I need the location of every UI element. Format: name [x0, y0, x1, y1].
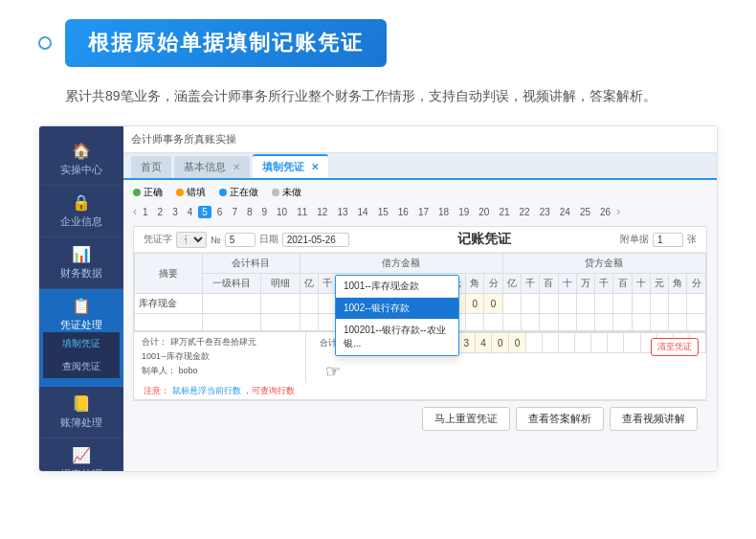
c1-yi[interactable] [502, 294, 521, 314]
page-2[interactable]: 2 [154, 206, 167, 218]
sidebar-label-zhang: 账簿处理 [60, 415, 102, 430]
th-c-shi: 十 [558, 274, 576, 294]
account2-cell-2[interactable] [260, 314, 300, 331]
c1-qian[interactable] [521, 294, 539, 314]
page-20[interactable]: 20 [475, 206, 493, 218]
page-26[interactable]: 26 [596, 206, 614, 218]
total-label: 合计： 肆万贰千叁百叁拾肆元 [142, 336, 298, 348]
c1-qian2[interactable] [595, 294, 613, 314]
tab-voucher-close[interactable]: ✕ [311, 162, 319, 172]
account1-cell-2[interactable] [203, 314, 261, 331]
sidebar-item-biao[interactable]: 📈 报表处理 [39, 438, 123, 472]
recheck-button[interactable]: 马上重置凭证 [422, 407, 510, 431]
sidebar-item-qiye[interactable]: 🔒 企业信息 [39, 186, 123, 237]
sidebar-item-piaoju[interactable]: 📋 凭证处理 填制凭证 查阅凭证 [39, 289, 123, 387]
c1-yuan[interactable] [650, 294, 668, 314]
th-c-fen: 分 [687, 274, 706, 294]
c1-bai[interactable] [540, 294, 558, 314]
th-c-wan: 万 [576, 274, 594, 294]
legend-error: 错填 [176, 186, 206, 199]
page-21[interactable]: 21 [495, 206, 513, 218]
sidebar-item-shijian[interactable]: 🏠 实操中心 [39, 134, 123, 186]
sidebar-label-qiye: 企业信息 [60, 214, 102, 229]
piaoju-icon: 📋 [72, 297, 91, 315]
sidebar-sub-tian[interactable]: 填制凭证 [43, 332, 120, 355]
th-credit: 贷方金额 [502, 254, 705, 274]
page-19[interactable]: 19 [455, 206, 473, 218]
c1-shi[interactable] [558, 294, 576, 314]
page-4[interactable]: 4 [184, 206, 197, 218]
c1-bai2[interactable] [613, 294, 632, 314]
d1-yi[interactable] [300, 294, 318, 314]
voucher-area: 正确 错填 正在做 未做 [123, 180, 717, 471]
tab-info-close[interactable]: ✕ [233, 162, 240, 172]
dropdown-item-1002[interactable]: 1002--银行存款 [336, 298, 458, 320]
page-3[interactable]: 3 [168, 206, 182, 218]
page-12[interactable]: 12 [313, 206, 331, 218]
sidebar-item-zhang[interactable]: 📒 账簿处理 [39, 387, 123, 438]
d1-fen[interactable]: 0 [484, 294, 502, 314]
page-13[interactable]: 13 [333, 206, 351, 218]
page-14[interactable]: 14 [354, 206, 372, 218]
video-button[interactable]: 查看视频讲解 [610, 407, 698, 431]
summary-cell-2[interactable] [135, 314, 203, 331]
page-7[interactable]: 7 [228, 206, 241, 218]
voucher-number-input[interactable] [225, 233, 256, 247]
window-title: 会计师事务所真账实操 [131, 132, 236, 146]
clear-button[interactable]: 清至凭证 [651, 338, 699, 356]
page-9[interactable]: 9 [258, 206, 272, 218]
type-select[interactable]: 记 [176, 232, 207, 248]
next-arrow[interactable]: › [616, 205, 620, 218]
page-8[interactable]: 8 [243, 206, 256, 218]
page-25[interactable]: 25 [576, 206, 594, 218]
header-title-box: 根据原始单据填制记账凭证 [65, 19, 387, 67]
tab-home[interactable]: 首页 [131, 156, 171, 178]
dot-green [133, 189, 141, 196]
c1-shi2[interactable] [632, 294, 650, 314]
sidebar-sub-cha[interactable]: 查阅凭证 [43, 355, 120, 378]
page-22[interactable]: 22 [516, 206, 534, 218]
page-15[interactable]: 15 [374, 206, 392, 218]
tab-voucher[interactable]: 填制凭证 ✕ [253, 154, 328, 178]
page-6[interactable]: 6 [213, 206, 227, 218]
page-5[interactable]: 5 [198, 206, 211, 218]
tab-info[interactable]: 基本信息 ✕ [174, 156, 250, 178]
legend-blank: 未做 [272, 186, 301, 199]
caiwu-icon: 📊 [72, 245, 91, 263]
account2-cell-1[interactable] [260, 294, 300, 314]
voucher-title: 记账凭证 [357, 231, 612, 248]
legend-correct: 正确 [133, 186, 163, 199]
page-11[interactable]: 11 [293, 206, 311, 218]
content-card: 🏠 实操中心 🔒 企业信息 📊 财务数据 📋 凭证处理 填制凭证 查阅凭证 [38, 125, 718, 472]
dropdown-item-100201[interactable]: 100201--银行存款--农业银... [336, 320, 458, 355]
summary-cell-1[interactable]: 库存现金 [135, 294, 203, 314]
prev-arrow[interactable]: ‹ [133, 205, 137, 218]
d1-qian[interactable] [318, 294, 336, 314]
c1-wan[interactable] [576, 294, 594, 314]
th-d-jiao: 角 [466, 274, 484, 294]
page-1[interactable]: 1 [139, 206, 152, 218]
page-18[interactable]: 18 [434, 206, 453, 218]
maker-info: 制单人： bobo [142, 365, 298, 377]
answer-button[interactable]: 查看答案解析 [516, 407, 604, 431]
d1-jiao[interactable]: 0 [466, 294, 484, 314]
th-account-level1: 一级科目 [203, 274, 261, 294]
page-23[interactable]: 23 [536, 206, 554, 218]
dropdown-item-1001[interactable]: 1001--库存现金款 [336, 276, 458, 298]
c1-fen[interactable] [687, 294, 706, 314]
page-17[interactable]: 17 [414, 206, 433, 218]
th-c-jiao: 角 [669, 274, 687, 294]
hint-link[interactable]: 鼠标悬浮当前行数 [172, 386, 241, 395]
date-input[interactable] [282, 233, 349, 247]
sidebar-item-caiwu[interactable]: 📊 财务数据 [39, 237, 123, 289]
account1-cell-1[interactable] [203, 294, 261, 314]
voucher-header: 凭证字 记 № 日期 记账凭证 附单据 [134, 227, 706, 253]
page-16[interactable]: 16 [394, 206, 412, 218]
page-10[interactable]: 10 [273, 206, 291, 218]
c1-jiao[interactable] [669, 294, 687, 314]
page-title: 根据原始单据填制记账凭证 [88, 29, 364, 57]
page-24[interactable]: 24 [556, 206, 574, 218]
attachment-input[interactable] [653, 233, 683, 247]
th-c-bai2: 百 [613, 274, 632, 294]
sub-items: 填制凭证 查阅凭证 [43, 332, 120, 378]
